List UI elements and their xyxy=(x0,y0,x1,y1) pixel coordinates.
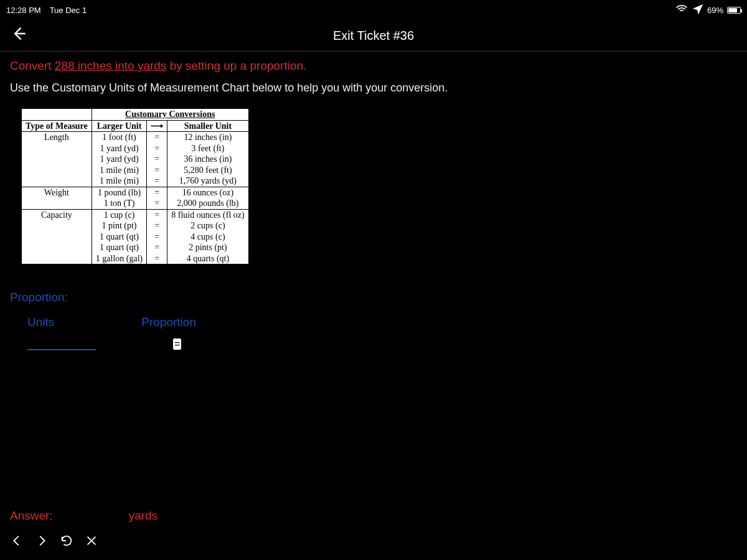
chart-title: Customary Conversions xyxy=(92,109,248,121)
refresh-button[interactable] xyxy=(60,534,73,551)
row-smaller: 12 inches (in) 3 feet (ft) 36 inches (in… xyxy=(167,132,248,187)
page-title: Exit Ticket #36 xyxy=(333,29,414,43)
row-eq: = = xyxy=(147,187,167,209)
row-larger: 1 pound (lb) 1 ton (T) xyxy=(92,187,146,209)
nav-next-button[interactable] xyxy=(35,534,49,551)
prompt-underlined: 288 inches into yards xyxy=(55,59,167,72)
answer-row: Answer: yards xyxy=(10,509,157,523)
battery-icon xyxy=(727,7,741,14)
row-type: Capacity xyxy=(22,209,92,264)
table-row: Weight 1 pound (lb) 1 ton (T) = = 16 oun… xyxy=(22,187,249,209)
bottom-toolbar xyxy=(10,534,98,551)
location-icon xyxy=(691,2,705,18)
row-larger: 1 foot (ft) 1 yard (yd) 1 yard (yd) 1 mi… xyxy=(92,132,146,187)
units-blank[interactable] xyxy=(27,338,96,350)
row-larger: 1 cup (c) 1 pint (pt) 1 quart (qt) 1 qua… xyxy=(92,209,146,264)
table-row: Capacity 1 cup (c) 1 pint (pt) 1 quart (… xyxy=(22,209,249,264)
answer-unit: yards xyxy=(129,509,157,523)
header-type: Type of Measure xyxy=(22,120,92,132)
row-eq: = = = = = xyxy=(147,132,167,187)
equals-sign: = xyxy=(173,338,181,350)
content: Convert 288 inches into yards by setting… xyxy=(0,52,747,358)
proportion-label: Proportion: xyxy=(10,291,737,304)
row-type: Length xyxy=(22,132,92,187)
proportion-work-area[interactable]: = xyxy=(27,338,737,350)
battery-pct: 69% xyxy=(707,6,723,15)
prompt-rest: by setting up a proportion. xyxy=(166,59,306,72)
row-type: Weight xyxy=(22,187,92,209)
prompt-convert: Convert xyxy=(10,59,52,72)
header-larger: Larger Unit xyxy=(92,120,146,132)
close-button[interactable] xyxy=(85,534,98,551)
row-smaller: 16 ounces (oz) 2,000 pounds (lb) xyxy=(167,187,248,209)
conversion-chart: Customary Conversions Type of Measure La… xyxy=(21,108,737,264)
nav-prev-button[interactable] xyxy=(10,534,24,551)
status-time: 12:28 PM xyxy=(6,6,41,15)
prompt-line-2: Use the Customary Units of Measurement C… xyxy=(10,82,737,95)
proportion-col-label: Proportion xyxy=(141,315,196,329)
row-smaller: 8 fluid ounces (fl oz) 2 cups (c) 4 cups… xyxy=(167,209,248,264)
nav-bar: Exit Ticket #36 xyxy=(0,21,747,52)
status-bar: 12:28 PM Tue Dec 1 69% xyxy=(0,0,747,21)
wifi-icon xyxy=(675,2,688,18)
back-button[interactable] xyxy=(10,25,27,47)
status-date: Tue Dec 1 xyxy=(50,6,87,15)
answer-label: Answer: xyxy=(10,509,53,523)
prompt-line-1: Convert 288 inches into yards by setting… xyxy=(10,59,737,73)
row-eq: = = = = = xyxy=(147,209,167,264)
units-label: Units xyxy=(27,315,54,329)
arrow-icon: ⟶ xyxy=(147,120,167,132)
table-row: Length 1 foot (ft) 1 yard (yd) 1 yard (y… xyxy=(22,132,249,187)
header-smaller: Smaller Unit xyxy=(167,120,248,132)
answer-blank[interactable] xyxy=(57,521,125,522)
